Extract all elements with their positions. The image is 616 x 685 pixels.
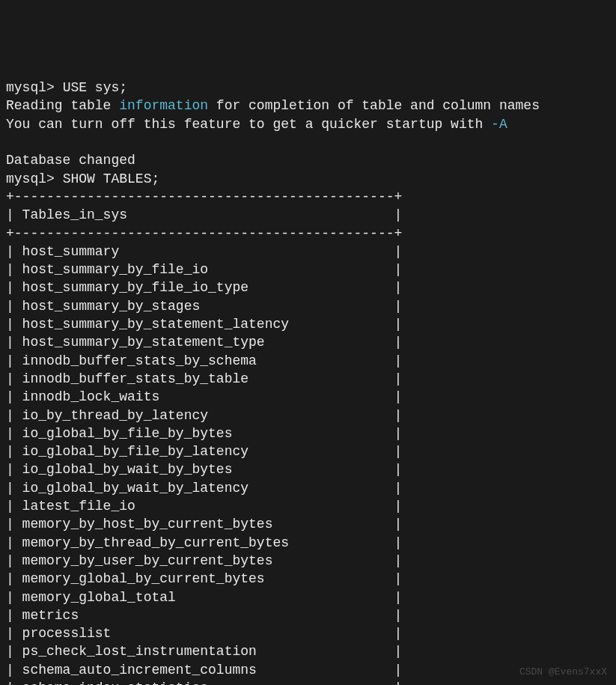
table-row: | host_summary_by_file_io_type | (6, 278, 610, 296)
table-row: | host_summary_by_file_io | (6, 261, 610, 278)
table-row: | metrics | (6, 606, 610, 624)
table-row: | schema_index_statistics | (6, 679, 610, 685)
table-row: | io_global_by_wait_by_bytes | (6, 460, 610, 478)
table-row: | host_summary_by_statement_type | (6, 333, 610, 351)
info-line-1: Reading table information for completion… (6, 97, 610, 115)
table-row: | io_global_by_file_by_latency | (6, 442, 610, 460)
table-row: | innodb_buffer_stats_by_table | (6, 370, 610, 388)
info-text: You can turn off this feature to get a q… (6, 117, 491, 132)
table-row: | memory_by_user_by_current_bytes | (6, 552, 610, 570)
info-text: Reading table (6, 98, 119, 113)
table-row: | ps_check_lost_instrumentation | (6, 642, 610, 660)
watermark: CSDN @Evens7xxX (519, 666, 607, 679)
info-line-2: You can turn off this feature to get a q… (6, 115, 610, 133)
table-row: | io_global_by_file_by_bytes | (6, 424, 610, 442)
command-text: USE sys; (63, 80, 127, 95)
table-border-top: +---------------------------------------… (6, 188, 610, 206)
mysql-prompt: mysql> (6, 171, 63, 186)
db-changed-line: Database changed (6, 151, 610, 169)
table-row: | processlist | (6, 624, 610, 642)
mysql-prompt: mysql> (6, 80, 63, 95)
info-flag: -A (491, 117, 507, 132)
table-row: | memory_global_total | (6, 588, 610, 606)
table-header: | Tables_in_sys | (6, 206, 610, 224)
table-body: | host_summary || host_summary_by_file_i… (6, 243, 610, 685)
table-row: | latest_file_io | (6, 497, 610, 515)
table-row: | memory_by_host_by_current_bytes | (6, 515, 610, 533)
table-row: | host_summary_by_stages | (6, 297, 610, 315)
table-border-mid: +---------------------------------------… (6, 225, 610, 243)
table-row: | memory_by_thread_by_current_bytes | (6, 534, 610, 552)
table-row: | memory_global_by_current_bytes | (6, 570, 610, 588)
info-keyword: information (119, 98, 208, 113)
table-row: | innodb_lock_waits | (6, 388, 610, 406)
info-text: for completion of table and column names (208, 98, 540, 113)
table-row: | innodb_buffer_stats_by_schema | (6, 352, 610, 370)
table-row: | host_summary | (6, 243, 610, 261)
command-line-1: mysql> USE sys; (6, 79, 610, 97)
command-text: SHOW TABLES; (63, 171, 160, 186)
table-row: | host_summary_by_statement_latency | (6, 315, 610, 333)
table-row: | io_global_by_wait_by_latency | (6, 479, 610, 497)
table-row: | io_by_thread_by_latency | (6, 407, 610, 424)
command-line-2: mysql> SHOW TABLES; (6, 170, 610, 188)
